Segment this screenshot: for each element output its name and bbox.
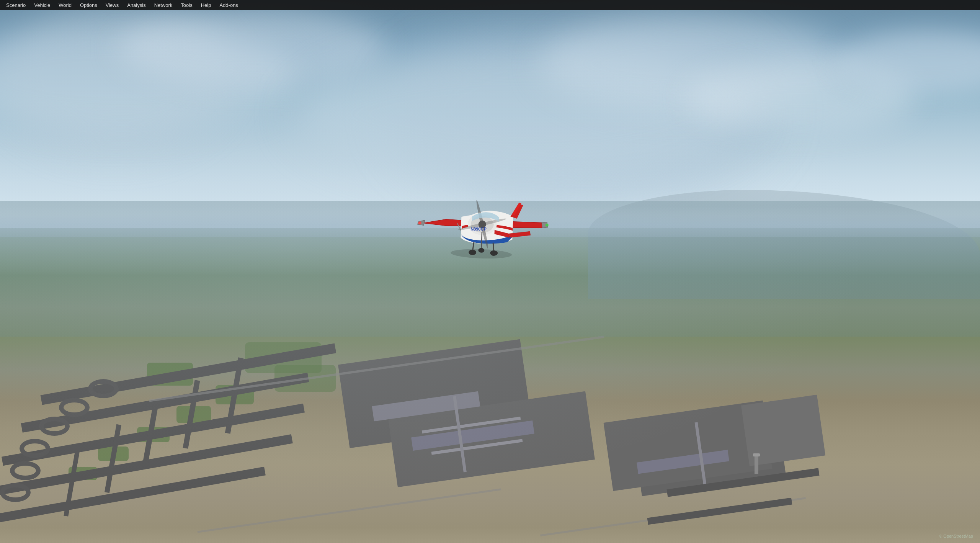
menu-options[interactable]: Options	[76, 1, 101, 9]
control-tower	[755, 456, 758, 474]
aircraft-container: N890CP	[410, 177, 558, 266]
menu-addons[interactable]: Add-ons	[216, 1, 242, 9]
menu-world[interactable]: World	[55, 1, 75, 9]
svg-line-17	[482, 232, 482, 250]
menu-views[interactable]: Views	[102, 1, 122, 9]
menu-vehicle[interactable]: Vehicle	[30, 1, 54, 9]
runway-loop	[59, 398, 90, 417]
menu-scenario[interactable]: Scenario	[2, 1, 29, 9]
runway-loop	[20, 439, 50, 458]
menu-tools[interactable]: Tools	[177, 1, 196, 9]
runway-loop	[0, 483, 31, 502]
copyright-watermark: © OpenStreetMap	[939, 534, 973, 538]
sim-viewport: N890CP Scenario Vehicle World Options Vi…	[0, 0, 980, 543]
tower-cab	[753, 453, 760, 456]
menu-analysis[interactable]: Analysis	[123, 1, 149, 9]
menubar: Scenario Vehicle World Options Views Ana…	[0, 0, 980, 10]
aircraft-svg: N890CP	[410, 177, 558, 266]
runway-loop	[88, 379, 119, 398]
menu-network[interactable]: Network	[150, 1, 176, 9]
runway-loop	[10, 461, 41, 480]
svg-text:N890CP: N890CP	[470, 227, 487, 231]
menu-help[interactable]: Help	[197, 1, 215, 9]
